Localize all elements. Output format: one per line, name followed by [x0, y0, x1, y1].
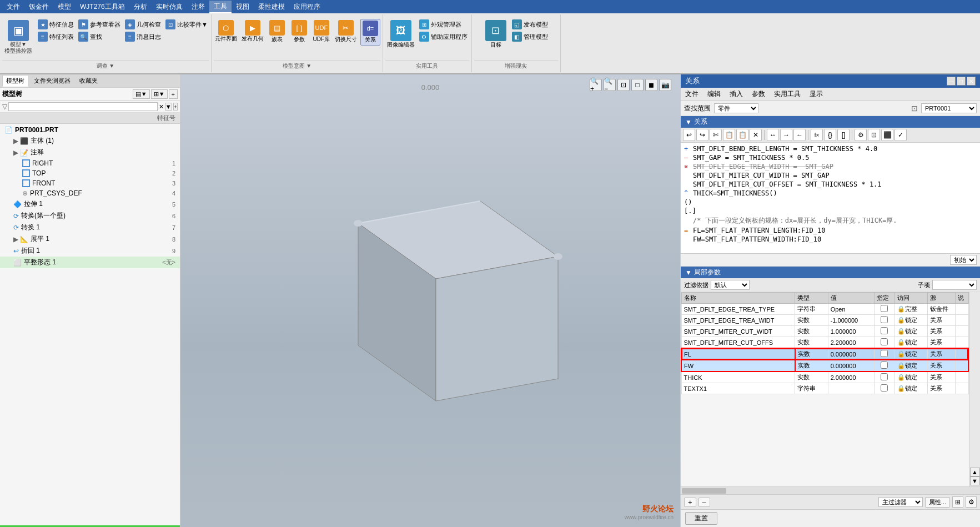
- scroll-up-btn[interactable]: ▲: [970, 468, 980, 476]
- param-assigned-2[interactable]: [881, 316, 888, 323]
- param-assigned-1[interactable]: [881, 305, 888, 312]
- tree-item-convert1[interactable]: ⟳ 转换(第一个壁) 6: [0, 210, 180, 222]
- grid-settings-btn[interactable]: ⚙: [966, 496, 977, 508]
- tree-add-btn[interactable]: +: [169, 89, 178, 99]
- rel-gear-btn[interactable]: ⚙: [855, 129, 867, 141]
- status-select[interactable]: 初始: [950, 255, 977, 265]
- feature-info-btn[interactable]: ★ 特征信息: [37, 19, 75, 30]
- tree-item-convert2[interactable]: ⟳ 转换 1 7: [0, 222, 180, 233]
- add-param-btn[interactable]: +: [684, 498, 696, 507]
- tree-search-close[interactable]: ✕: [159, 103, 164, 111]
- tree-item-top[interactable]: TOP 2: [0, 168, 180, 178]
- compare-part-btn[interactable]: ⊡ 比较零件▼: [164, 19, 209, 30]
- publish-model-btn[interactable]: ◱ 发布模型: [511, 19, 549, 30]
- menu-insert[interactable]: 插入: [727, 88, 745, 100]
- menu-utils[interactable]: 实用工具: [772, 88, 803, 100]
- menu-params[interactable]: 参数: [750, 88, 767, 100]
- tree-item-extrude1[interactable]: 🔷 拉伸 1 5: [0, 198, 180, 210]
- tree-item-flat-state1[interactable]: ⬜ 平整形态 1 <无>: [0, 257, 180, 268]
- zoom-fit-btn[interactable]: ⊡: [617, 79, 630, 91]
- param-row-fw[interactable]: FW 实数 0.000000 🔒锁定 关系: [681, 360, 968, 372]
- close-btn[interactable]: ✕: [967, 77, 976, 86]
- tree-search-input[interactable]: [8, 102, 158, 111]
- tab-model-tree[interactable]: 模型树: [2, 75, 28, 87]
- tree-item-right[interactable]: RIGHT 1: [0, 158, 180, 168]
- tree-item-flatten1[interactable]: ▶ 📐 展平 1 8: [0, 233, 180, 245]
- menu-item-annotation[interactable]: 注释: [187, 1, 209, 13]
- menu-file[interactable]: 文件: [683, 88, 701, 100]
- appearance-mgr-btn[interactable]: ⊞ 外观管理器: [418, 19, 469, 30]
- param-assigned-textx1[interactable]: [881, 384, 888, 392]
- rel-func-btn[interactable]: f×: [811, 129, 823, 141]
- switch-dim-btn[interactable]: ✂ 切换尺寸: [334, 19, 358, 44]
- find-btn[interactable]: 🔍 查找: [77, 31, 122, 42]
- param-row-1[interactable]: SMT_DFLT_EDGE_TREA_TYPE 字符串 Open 🔒完整 钣金件: [681, 304, 968, 315]
- feature-list-btn[interactable]: ≡ 特征列表: [37, 31, 75, 42]
- menu-item-file[interactable]: 文件: [2, 1, 24, 13]
- zoom-in-btn[interactable]: 🔍+: [590, 79, 602, 91]
- filter-select[interactable]: 默认: [711, 280, 750, 290]
- param-row-3[interactable]: SMT_DFLT_MITER_CUT_WIDT 实数 1.000000 🔒锁定 …: [681, 326, 968, 337]
- ar-target-btn[interactable]: ⊡ 目标: [483, 19, 509, 50]
- minimize-btn[interactable]: —: [947, 77, 956, 86]
- tree-item-prt0001[interactable]: 📄 PRT0001.PRT: [0, 125, 180, 135]
- menu-item-model[interactable]: 模型: [53, 1, 76, 13]
- tree-add-item-btn[interactable]: +: [173, 103, 178, 111]
- tree-item-body[interactable]: ▶ ⬛ 主体 (1): [0, 135, 180, 147]
- tree-item-front[interactable]: FRONT 3: [0, 178, 180, 188]
- tree-col-settings-btn[interactable]: ⊞▼: [151, 89, 168, 99]
- publish-geom-btn[interactable]: ▶ 发布几何: [240, 19, 265, 43]
- view-options-btn[interactable]: □: [631, 79, 644, 91]
- tab-favorites[interactable]: 收藏夹: [76, 76, 101, 86]
- menu-item-view[interactable]: 视图: [232, 1, 254, 13]
- image-editor-btn[interactable]: 🖼 图像编辑器: [386, 19, 416, 50]
- rel-cut-btn[interactable]: ✄: [710, 129, 722, 141]
- rel-redo-btn[interactable]: ↪: [696, 129, 708, 141]
- rel-brace-btn[interactable]: {}: [824, 129, 836, 141]
- rel-delete-btn[interactable]: ✕: [750, 129, 762, 141]
- attr-btn[interactable]: 属性...: [925, 497, 950, 508]
- param-assigned-fl[interactable]: [881, 350, 888, 357]
- menu-item-wjt276[interactable]: WJT276工具箱: [76, 1, 129, 13]
- ref-viewer-btn[interactable]: ⚑ 参考查看器: [77, 19, 122, 30]
- local-params-collapse-btn[interactable]: ▼: [685, 269, 692, 277]
- main-filter-select[interactable]: 主过滤器: [878, 497, 923, 507]
- manage-model-btn[interactable]: ◧ 管理模型: [511, 31, 549, 42]
- tree-settings-btn[interactable]: ▤▼: [133, 89, 150, 99]
- param-assigned-4[interactable]: [881, 338, 888, 345]
- capture-btn[interactable]: 📷: [659, 79, 671, 91]
- table-view-btn[interactable]: ⊞: [952, 496, 963, 508]
- rel-arrow-r-btn[interactable]: →: [780, 129, 792, 141]
- rel-table-btn[interactable]: ⊡: [868, 129, 880, 141]
- reset-btn[interactable]: 重置: [685, 512, 717, 525]
- scope-select[interactable]: 零件: [714, 103, 758, 113]
- tree-item-fold1[interactable]: ↩ 折回 1 9: [0, 245, 180, 257]
- param-row-4[interactable]: SMT_DFLT_MITER_CUT_OFFS 实数 2.200000 🔒锁定 …: [681, 337, 968, 349]
- rel-undo-btn[interactable]: ↩: [683, 129, 695, 141]
- param-assigned-3[interactable]: [881, 327, 888, 334]
- rel-arrow-l-btn[interactable]: ←: [793, 129, 806, 141]
- menu-item-analyze[interactable]: 分析: [129, 1, 152, 13]
- component-interface-btn[interactable]: ⬡ 元件界面: [214, 19, 238, 43]
- param-row-textx1[interactable]: TEXTX1 字符串 🔒锁定 关系: [681, 383, 968, 394]
- rel-ref-btn[interactable]: ↔: [767, 129, 779, 141]
- menu-item-simulation[interactable]: 实时仿真: [152, 1, 187, 13]
- params-hscroll[interactable]: [681, 486, 980, 494]
- param-row-fl[interactable]: FL 实数 0.000000 🔒锁定 关系: [681, 348, 968, 360]
- menu-display[interactable]: 显示: [807, 88, 825, 100]
- param-row-2[interactable]: SMT_DFLT_EDGE_TREA_WIDT 实数 -1.000000 🔒锁定…: [681, 315, 968, 326]
- scroll-down-btn[interactable]: ▼: [970, 476, 980, 485]
- family-table-btn[interactable]: ▤ 族表: [267, 19, 287, 44]
- view-shading-btn[interactable]: ◼: [645, 79, 657, 91]
- menu-item-flexible[interactable]: 柔性建模: [254, 1, 289, 13]
- relations-btn[interactable]: d= 关系: [360, 19, 380, 46]
- menu-item-tools[interactable]: 工具: [209, 1, 232, 13]
- tree-item-csys[interactable]: ⊕ PRT_CSYS_DEF 4: [0, 188, 180, 198]
- udf-lib-btn[interactable]: UDF UDF库: [311, 19, 331, 44]
- param-assigned-thick[interactable]: [881, 373, 888, 380]
- del-param-btn[interactable]: –: [698, 498, 710, 507]
- menu-item-app[interactable]: 应用程序: [289, 1, 325, 13]
- zoom-out-btn[interactable]: 🔍−: [604, 79, 616, 91]
- model-select[interactable]: PRT0001: [921, 103, 977, 113]
- rel-block-btn[interactable]: ⬛: [881, 129, 893, 141]
